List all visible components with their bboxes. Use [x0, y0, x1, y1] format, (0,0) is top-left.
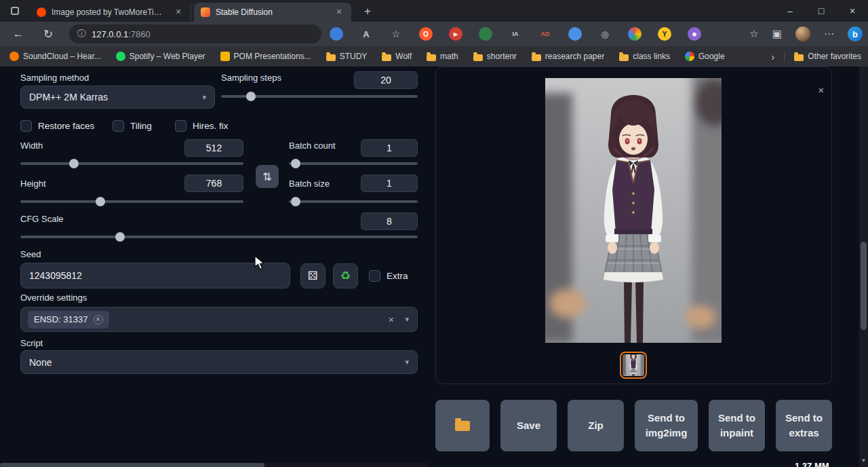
cfg-scale-input[interactable] — [361, 212, 418, 230]
tiling-checkbox[interactable]: Tiling — [113, 120, 152, 132]
close-preview-icon[interactable]: × — [816, 85, 827, 96]
extensions-row: A ☆ O ▶ IA AD ◎ Y ◆ — [330, 22, 701, 46]
height-input[interactable] — [184, 174, 243, 192]
slider-handle[interactable] — [69, 159, 79, 168]
ia-extension-icon[interactable]: IA — [509, 27, 522, 41]
slider-handle[interactable] — [96, 197, 105, 206]
ad-extension-icon[interactable]: AD — [538, 27, 552, 41]
reuse-seed-button[interactable]: ♻ — [333, 263, 358, 288]
pin-extension-icon[interactable]: ◎ — [598, 27, 612, 41]
checkbox-box[interactable] — [369, 270, 380, 282]
slider-handle[interactable] — [115, 232, 125, 242]
back-button[interactable]: ← — [8, 22, 28, 46]
gallery-thumbnail-selected[interactable] — [620, 352, 647, 379]
script-dropdown[interactable]: None ▾ — [20, 350, 418, 374]
override-chip[interactable]: ENSD: 31337 × — [28, 311, 109, 329]
collections-icon[interactable]: ▣ — [772, 28, 782, 40]
bookmark-folder-reasearch-paper[interactable]: reasearch paper — [532, 52, 604, 61]
blue-extension-icon[interactable] — [568, 27, 582, 41]
close-tab-icon[interactable]: × — [334, 7, 344, 18]
address-bar[interactable]: ⓘ 127.0.0.1:7860 — [69, 24, 321, 43]
sampling-steps-slider[interactable] — [221, 92, 418, 101]
bing-icon[interactable]: b — [848, 26, 863, 41]
sampling-steps-input[interactable] — [354, 71, 418, 89]
minimize-button[interactable]: – — [774, 0, 806, 22]
sampling-method-dropdown[interactable]: DPM++ 2M Karras ▾ — [20, 86, 215, 109]
batch-count-slider[interactable] — [289, 159, 418, 168]
vertical-scrollbar[interactable]: ▼ — [859, 67, 868, 467]
override-settings-combobox[interactable]: ENSD: 31337 × × ▾ — [20, 307, 418, 332]
width-slider[interactable] — [20, 159, 243, 168]
save-button[interactable]: Save — [500, 400, 557, 451]
horizontal-scrollbar[interactable] — [0, 463, 429, 467]
folder-icon — [382, 54, 391, 61]
bookmark-pom-presentations[interactable]: POM Presentations... — [220, 52, 311, 61]
play-extension-icon[interactable]: ▶ — [449, 27, 462, 41]
horizontal-scrollbar-thumb[interactable] — [0, 463, 264, 467]
bookmark-folder-math[interactable]: math — [427, 52, 458, 61]
bookmark-folder-wolf[interactable]: Wolf — [382, 52, 412, 61]
batch-count-input[interactable] — [361, 139, 418, 157]
refresh-button[interactable]: ↻ — [38, 22, 58, 46]
bookmark-folder-class-links[interactable]: class links — [619, 52, 670, 61]
favorites-star-icon[interactable]: ☆ — [749, 28, 758, 40]
browser-menu-icon[interactable]: ⋯ — [824, 28, 834, 40]
tab-image-posted[interactable]: Image posted by TwoMoreTimes × — [30, 3, 191, 22]
y-extension-icon[interactable]: Y — [658, 27, 671, 41]
batch-size-slider[interactable] — [289, 197, 418, 206]
slider-handle[interactable] — [291, 197, 300, 206]
random-seed-button[interactable]: ⚄ — [300, 263, 326, 288]
remove-chip-icon[interactable]: × — [94, 315, 103, 324]
cfg-scale-slider[interactable] — [20, 232, 418, 242]
profile-avatar[interactable] — [795, 26, 810, 41]
bookmark-soundcloud[interactable]: SoundCloud – Hear... — [9, 52, 101, 61]
send-to-inpaint-button[interactable]: Send to inpaint — [709, 400, 765, 451]
seed-input[interactable] — [20, 263, 290, 288]
scroll-down-arrow-icon[interactable]: ▼ — [859, 456, 868, 466]
swap-dimensions-button[interactable]: ⇅ — [256, 165, 279, 188]
clear-combobox-icon[interactable]: × — [389, 314, 394, 325]
vertical-scrollbar-thumb[interactable] — [861, 242, 867, 330]
checkbox-box[interactable] — [175, 120, 186, 132]
restore-faces-checkbox[interactable]: Restore faces — [20, 120, 94, 132]
color-wheel-extension-icon[interactable] — [628, 27, 642, 41]
folder-icon — [473, 54, 483, 61]
shield-extension-icon[interactable] — [479, 27, 492, 41]
adguard-extension-icon[interactable]: A — [359, 27, 373, 41]
checkbox-box[interactable] — [20, 120, 32, 132]
tab-actions-button[interactable] — [7, 3, 23, 19]
batch-size-input[interactable] — [361, 174, 418, 192]
other-favorites-folder[interactable]: Other favorites — [794, 52, 861, 61]
send-to-extras-button[interactable]: Send to extras — [776, 400, 832, 451]
width-input[interactable] — [184, 139, 243, 157]
bookmark-folder-study[interactable]: STUDY — [326, 52, 368, 61]
orange-extension-icon[interactable]: O — [419, 27, 433, 41]
purple-extension-icon[interactable]: ◆ — [688, 27, 701, 41]
stable-diffusion-webui: Sampling method DPM++ 2M Karras ▾ Sampli… — [0, 67, 868, 467]
open-folder-button[interactable] — [435, 400, 490, 451]
bookmark-label: shortenr — [487, 52, 517, 61]
tab-stable-diffusion[interactable]: Stable Diffusion × — [194, 3, 351, 22]
hires-fix-checkbox[interactable]: Hires. fix — [175, 120, 229, 132]
tag-extension-icon[interactable] — [330, 27, 343, 41]
close-window-button[interactable]: × — [837, 0, 868, 22]
site-info-icon[interactable]: ⓘ — [77, 28, 86, 40]
bookmark-folder-shortenr[interactable]: shortenr — [473, 52, 517, 61]
checkbox-box[interactable] — [113, 120, 124, 132]
send-to-img2img-button[interactable]: Send to img2img — [635, 400, 698, 451]
extra-seed-checkbox[interactable]: Extra — [369, 270, 408, 282]
maximize-button[interactable]: □ — [806, 0, 837, 22]
height-slider[interactable] — [20, 197, 243, 206]
star-extension-icon[interactable]: ☆ — [389, 27, 403, 41]
bookmarks-overflow-chevron-icon[interactable]: › — [771, 51, 774, 62]
tab-title: Image posted by TwoMoreTimes — [52, 7, 167, 17]
zip-button[interactable]: Zip — [568, 400, 624, 451]
slider-handle[interactable] — [246, 92, 256, 101]
thumbnail-image — [623, 354, 644, 376]
slider-handle[interactable] — [291, 159, 300, 168]
generated-image[interactable] — [545, 78, 722, 343]
bookmark-google[interactable]: Google — [685, 52, 725, 61]
close-tab-icon[interactable]: × — [173, 7, 184, 18]
bookmark-spotify[interactable]: Spotify – Web Player — [116, 52, 205, 61]
new-tab-button[interactable]: + — [359, 3, 376, 20]
